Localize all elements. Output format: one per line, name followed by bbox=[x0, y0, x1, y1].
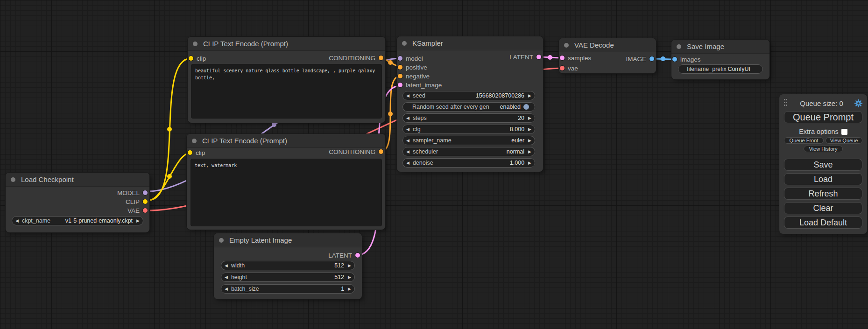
increment-arrow-icon[interactable]: ▶ bbox=[528, 94, 531, 98]
node-title-bar[interactable]: Save Image bbox=[671, 40, 769, 54]
widget-value: 1 bbox=[341, 286, 344, 292]
input-port-clip[interactable] bbox=[189, 56, 193, 61]
input-port-clip-row: clip bbox=[188, 148, 205, 157]
output-port-conditioning[interactable] bbox=[379, 149, 383, 154]
output-port-model[interactable] bbox=[143, 190, 148, 195]
output-port-latent-row: LATENT bbox=[328, 251, 360, 259]
node-title-bar[interactable]: Load Checkpoint bbox=[6, 173, 149, 187]
output-port-latent[interactable] bbox=[355, 253, 360, 258]
increment-arrow-icon[interactable]: ▶ bbox=[528, 139, 531, 143]
drag-handle-icon[interactable] bbox=[784, 99, 789, 107]
load-default-button[interactable]: Load Default bbox=[784, 217, 862, 229]
increment-arrow-icon[interactable]: ▶ bbox=[528, 161, 531, 165]
widget-seed[interactable]: ◀ seed 156680208700286 ▶ bbox=[402, 91, 535, 100]
decrement-arrow-icon[interactable]: ◀ bbox=[406, 127, 409, 132]
widget-value: 20 bbox=[518, 115, 524, 121]
input-port-clip[interactable] bbox=[188, 150, 192, 155]
decrement-arrow-icon[interactable]: ◀ bbox=[406, 116, 409, 120]
node-title-bar[interactable]: KSampler bbox=[397, 36, 543, 50]
widget-label: denoise bbox=[413, 160, 433, 166]
decrement-arrow-icon[interactable]: ◀ bbox=[225, 287, 228, 291]
widget-ckpt-name[interactable]: ◀ ckpt_name v1-5-pruned-emaonly.ckpt ▶ bbox=[12, 216, 143, 225]
output-port-clip[interactable] bbox=[143, 199, 148, 204]
input-port-images[interactable] bbox=[672, 57, 677, 62]
node-ksampler[interactable]: KSampler model positive negative latent_… bbox=[397, 36, 543, 172]
node-empty-latent-image[interactable]: Empty Latent Image LATENT ◀ width 512 ▶ … bbox=[214, 233, 362, 299]
widget-value: 1.000 bbox=[510, 160, 524, 166]
save-button[interactable]: Save bbox=[784, 159, 862, 171]
prompt-text-area[interactable]: beautiful scenery nature glass bottle la… bbox=[191, 64, 382, 119]
widget-sampler-name[interactable]: ◀ sampler_name euler ▶ bbox=[402, 136, 535, 145]
decrement-arrow-icon[interactable]: ◀ bbox=[406, 161, 409, 165]
decrement-arrow-icon[interactable]: ◀ bbox=[15, 219, 19, 223]
input-port-vae[interactable] bbox=[560, 66, 565, 70]
increment-arrow-icon[interactable]: ▶ bbox=[348, 275, 351, 280]
node-collapse-dot[interactable] bbox=[564, 43, 569, 48]
widget-height[interactable]: ◀ height 512 ▶ bbox=[221, 273, 355, 282]
wire-negative-conditioning-dot bbox=[388, 112, 393, 116]
queue-front-button[interactable]: Queue Front bbox=[784, 137, 824, 144]
increment-arrow-icon[interactable]: ▶ bbox=[348, 287, 351, 291]
decrement-arrow-icon[interactable]: ◀ bbox=[406, 150, 409, 154]
decrement-arrow-icon[interactable]: ◀ bbox=[225, 275, 228, 280]
output-port-conditioning[interactable] bbox=[379, 56, 383, 60]
node-collapse-dot[interactable] bbox=[11, 177, 15, 182]
widget-value: normal bbox=[507, 148, 524, 155]
node-title-bar[interactable]: VAE Decode bbox=[559, 38, 656, 52]
increment-arrow-icon[interactable]: ▶ bbox=[528, 127, 531, 132]
wire-clip-positive bbox=[148, 58, 191, 200]
widget-denoise[interactable]: ◀ denoise 1.000 ▶ bbox=[402, 158, 535, 168]
node-title-bar[interactable]: CLIP Text Encode (Prompt) bbox=[188, 37, 385, 51]
widget-cfg[interactable]: ◀ cfg 8.000 ▶ bbox=[402, 125, 535, 134]
node-clip-text-encode-negative[interactable]: CLIP Text Encode (Prompt) clip CONDITION… bbox=[187, 134, 385, 230]
extra-options-checkbox[interactable] bbox=[841, 129, 847, 135]
widget-scheduler[interactable]: ◀ scheduler normal ▶ bbox=[402, 147, 535, 156]
node-title: CLIP Text Encode (Prompt) bbox=[202, 137, 287, 145]
settings-gear-icon[interactable] bbox=[854, 99, 862, 107]
decrement-arrow-icon[interactable]: ◀ bbox=[225, 264, 228, 268]
node-save-image[interactable]: Save Image images filename_prefix ComfyU… bbox=[671, 40, 769, 79]
node-graph-canvas[interactable]: Load Checkpoint MODEL CLIP VAE ◀ ckpt_na… bbox=[0, 0, 868, 329]
widget-random-seed-toggle[interactable]: Random seed after every gen enabled bbox=[402, 102, 535, 112]
queue-prompt-button[interactable]: Queue Prompt bbox=[784, 111, 862, 123]
wire-model-dot bbox=[272, 122, 276, 127]
node-title-bar[interactable]: Empty Latent Image bbox=[214, 233, 362, 247]
input-port-latent-image[interactable] bbox=[398, 83, 402, 87]
increment-arrow-icon[interactable]: ▶ bbox=[348, 264, 351, 268]
node-collapse-dot[interactable] bbox=[192, 139, 197, 143]
node-collapse-dot[interactable] bbox=[402, 41, 407, 46]
input-port-samples[interactable] bbox=[560, 56, 565, 60]
queue-size-label: Queue size: 0 bbox=[789, 99, 854, 107]
widget-steps[interactable]: ◀ steps 20 ▶ bbox=[402, 113, 535, 123]
load-button[interactable]: Load bbox=[784, 173, 862, 185]
wire-clip-positive-dot bbox=[167, 127, 172, 132]
output-port-image[interactable] bbox=[649, 56, 654, 61]
widget-filename-prefix[interactable]: filename_prefix ComfyUI bbox=[678, 64, 763, 74]
node-collapse-dot[interactable] bbox=[193, 42, 198, 46]
input-port-model[interactable] bbox=[398, 56, 402, 61]
node-vae-decode[interactable]: VAE Decode samples vae IMAGE bbox=[559, 38, 656, 73]
prompt-text-area[interactable]: text, watermark bbox=[191, 159, 382, 226]
refresh-button[interactable]: Refresh bbox=[784, 188, 862, 200]
increment-arrow-icon[interactable]: ▶ bbox=[528, 150, 531, 154]
widget-batch-size[interactable]: ◀ batch_size 1 ▶ bbox=[221, 284, 355, 294]
output-port-latent[interactable] bbox=[536, 55, 541, 59]
node-title-bar[interactable]: CLIP Text Encode (Prompt) bbox=[187, 134, 385, 148]
node-clip-text-encode-positive[interactable]: CLIP Text Encode (Prompt) clip CONDITION… bbox=[188, 37, 385, 123]
decrement-arrow-icon[interactable]: ◀ bbox=[406, 94, 409, 98]
toggle-dot-icon[interactable] bbox=[523, 104, 529, 110]
node-collapse-dot[interactable] bbox=[677, 44, 681, 49]
output-port-vae[interactable] bbox=[143, 208, 148, 213]
input-port-negative[interactable] bbox=[398, 74, 402, 78]
node-load-checkpoint[interactable]: Load Checkpoint MODEL CLIP VAE ◀ ckpt_na… bbox=[6, 173, 149, 232]
increment-arrow-icon[interactable]: ▶ bbox=[136, 219, 140, 223]
view-history-button[interactable]: View History bbox=[804, 146, 843, 152]
clear-button[interactable]: Clear bbox=[784, 202, 862, 214]
decrement-arrow-icon[interactable]: ◀ bbox=[406, 139, 409, 143]
input-port-positive[interactable] bbox=[398, 65, 402, 70]
node-title: VAE Decode bbox=[574, 41, 614, 49]
node-collapse-dot[interactable] bbox=[219, 238, 224, 243]
increment-arrow-icon[interactable]: ▶ bbox=[528, 116, 531, 120]
widget-width[interactable]: ◀ width 512 ▶ bbox=[221, 261, 355, 270]
view-queue-button[interactable]: View Queue bbox=[826, 137, 862, 144]
